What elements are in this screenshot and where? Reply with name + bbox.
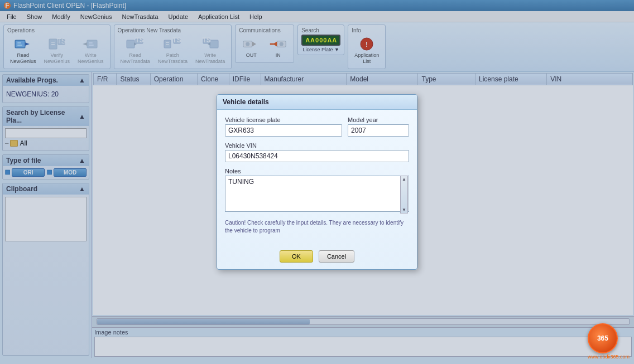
modal-header: Vehicle details	[217, 95, 417, 110]
textarea-scrollbar[interactable]: ▲ ▼	[400, 176, 408, 213]
caution-text: Caution! Check carefully the input detai…	[225, 219, 409, 235]
model-year-field: Model year	[348, 117, 409, 137]
modal-body: Vehicle license plate Model year Vehicle…	[217, 110, 417, 246]
license-plate-input[interactable]	[225, 124, 342, 137]
ok-button[interactable]: OK	[280, 250, 313, 263]
notes-label: Notes	[225, 168, 409, 174]
watermark-circle: 365	[588, 323, 618, 353]
vin-label: Vehicle VIN	[225, 142, 409, 149]
vin-row: Vehicle VIN	[225, 142, 409, 162]
vin-input[interactable]	[225, 150, 409, 162]
watermark-url: www.obdii365.com	[588, 354, 630, 360]
notes-field: Notes ▲ ▼	[225, 168, 409, 213]
vin-field: Vehicle VIN	[225, 142, 409, 162]
license-model-row: Vehicle license plate Model year	[225, 117, 409, 137]
cancel-button[interactable]: Cancel	[319, 250, 354, 263]
modal-overlay: Vehicle details Vehicle license plate Mo…	[0, 0, 634, 364]
model-year-input[interactable]	[348, 124, 409, 137]
modal-footer: OK Cancel	[217, 246, 417, 269]
license-plate-field: Vehicle license plate	[225, 117, 342, 137]
model-year-label: Model year	[348, 117, 409, 123]
license-plate-label: Vehicle license plate	[225, 117, 342, 123]
notes-row: Notes ▲ ▼	[225, 168, 409, 213]
notes-textarea[interactable]	[225, 176, 409, 212]
watermark: 365 www.obdii365.com	[588, 323, 630, 360]
vehicle-details-dialog: Vehicle details Vehicle license plate Mo…	[217, 94, 417, 270]
